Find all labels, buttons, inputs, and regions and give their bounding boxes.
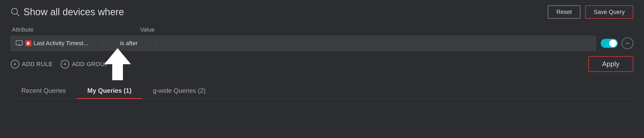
add-rule-icon: + [11, 60, 19, 68]
add-group-label: ADD GROUP [72, 61, 109, 68]
operator-value: is after [120, 40, 138, 47]
add-rule-label: ADD RULE [22, 61, 53, 68]
apply-button[interactable]: Apply [588, 56, 633, 72]
filter-section: Attribute Value [11, 26, 633, 51]
add-group-button[interactable]: + ADD GROUP [61, 60, 109, 68]
minus-icon: − [625, 40, 630, 47]
tag-icon [25, 40, 31, 46]
toggle-knob [609, 40, 617, 47]
svg-marker-6 [104, 48, 131, 80]
arrow-indicator [104, 48, 131, 81]
query-title: Show all devices where [11, 6, 124, 18]
filter-toggle[interactable] [601, 39, 618, 48]
device-icon [16, 40, 23, 46]
attribute-label: Attribute [11, 26, 139, 33]
add-group-icon: + [61, 60, 69, 68]
svg-rect-2 [16, 41, 22, 45]
remove-filter-button[interactable]: − [622, 37, 633, 49]
tab-recent-queries[interactable]: Recent Queries [11, 83, 77, 99]
top-action-buttons: Reset Save Query [548, 5, 633, 19]
add-rule-button[interactable]: + ADD RULE [11, 60, 53, 68]
value-input[interactable] [156, 36, 596, 51]
reset-button[interactable]: Reset [548, 5, 580, 19]
attribute-pill[interactable]: Last Activity Timest... [11, 36, 102, 51]
save-query-button[interactable]: Save Query [585, 5, 633, 19]
tab-org-wide-queries[interactable]: g-wide Queries (2) [142, 83, 216, 99]
tabs-row: Recent Queries My Queries (1) g-wide Que… [11, 80, 633, 99]
action-buttons: + ADD RULE + ADD GROUP [11, 60, 109, 68]
tab-my-queries[interactable]: My Queries (1) [77, 83, 142, 99]
value-label: Value [139, 26, 633, 33]
svg-line-1 [17, 13, 19, 16]
search-icon [11, 7, 20, 17]
page-title: Show all devices where [24, 6, 124, 18]
top-row: Show all devices where Reset Save Query [11, 5, 633, 19]
filter-labels: Attribute Value [11, 26, 633, 33]
svg-point-5 [27, 43, 28, 43]
toggle-container [601, 39, 618, 48]
attribute-value: Last Activity Timest... [33, 40, 88, 47]
